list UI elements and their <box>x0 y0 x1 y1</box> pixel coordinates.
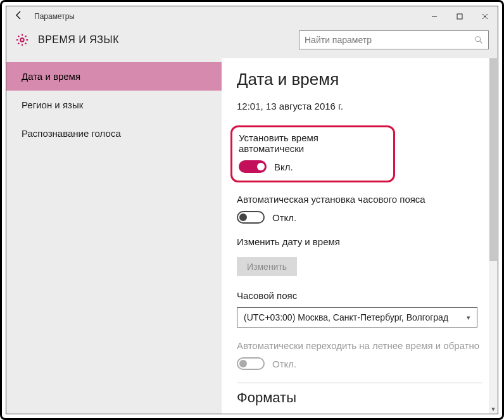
sidebar-item-region-language[interactable]: Регион и язык <box>6 91 222 119</box>
sidebar: Дата и время Регион и язык Распознавание… <box>6 58 222 414</box>
sidebar-item-date-time[interactable]: Дата и время <box>6 62 222 91</box>
dst-toggle <box>237 357 265 370</box>
sidebar-item-label: Дата и время <box>22 71 80 82</box>
dst-state: Откл. <box>272 359 296 369</box>
timezone-select[interactable]: (UTC+03:00) Москва, Санкт-Петербург, Вол… <box>237 307 477 328</box>
back-button[interactable] <box>6 10 32 23</box>
chevron-down-icon: ▾ <box>467 314 470 322</box>
header-row: ВРЕМЯ И ЯЗЫК <box>6 27 498 58</box>
titlebar: Параметры <box>6 6 498 27</box>
highlight-annotation: Установить время автоматически Вкл. <box>230 125 395 182</box>
sidebar-item-label: Регион и язык <box>22 99 83 110</box>
dst-label: Автоматически переходить на летнее время… <box>237 340 482 351</box>
formats-heading: Форматы <box>237 390 482 406</box>
auto-time-state: Вкл. <box>274 162 293 172</box>
change-button: Изменить <box>237 257 297 276</box>
scrollbar-thumb[interactable] <box>489 58 497 261</box>
search-box[interactable] <box>299 30 489 49</box>
change-dt-label: Изменить дату и время <box>237 236 482 247</box>
auto-tz-toggle[interactable] <box>237 211 265 224</box>
timezone-label: Часовой пояс <box>237 290 482 301</box>
section-title: ВРЕМЯ И ЯЗЫК <box>38 34 290 46</box>
svg-rect-1 <box>457 14 462 19</box>
svg-line-6 <box>480 41 482 44</box>
page-title: Дата и время <box>237 70 482 89</box>
auto-tz-state: Откл. <box>272 212 296 223</box>
sidebar-item-speech[interactable]: Распознавание голоса <box>6 119 222 148</box>
scroll-down-icon[interactable]: ▼ <box>489 405 498 414</box>
minimize-button[interactable] <box>422 6 447 27</box>
search-input[interactable] <box>305 35 474 45</box>
current-datetime: 12:01, 13 августа 2016 г. <box>237 101 482 111</box>
gear-icon <box>15 33 29 47</box>
close-button[interactable] <box>472 6 498 27</box>
svg-point-5 <box>476 37 481 42</box>
settings-window: Параметры ВРЕМЯ И ЯЗЫК <box>6 6 498 414</box>
auto-time-label: Установить время автоматически <box>239 132 383 154</box>
timezone-value: (UTC+03:00) Москва, Санкт-Петербург, Вол… <box>244 312 448 322</box>
content-pane: Дата и время 12:01, 13 августа 2016 г. У… <box>222 58 498 414</box>
sidebar-item-label: Распознавание голоса <box>22 128 121 139</box>
window-title: Параметры <box>32 12 422 21</box>
auto-time-toggle[interactable] <box>239 160 267 173</box>
maximize-button[interactable] <box>447 6 472 27</box>
search-icon <box>474 35 483 44</box>
vertical-scrollbar[interactable]: ▲ ▼ <box>489 58 498 414</box>
auto-tz-label: Автоматическая установка часового пояса <box>237 194 482 205</box>
divider <box>237 383 482 383</box>
svg-point-4 <box>20 38 24 42</box>
